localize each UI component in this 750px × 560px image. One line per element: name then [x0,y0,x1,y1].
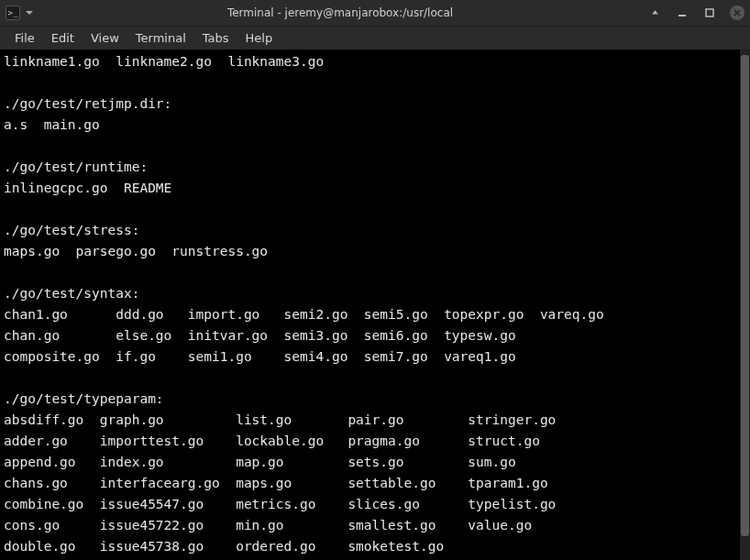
svg-rect-1 [706,9,713,16]
scroll-thumb[interactable] [741,55,749,536]
menu-view[interactable]: View [83,29,127,47]
svg-rect-0 [678,15,686,16]
scrollbar[interactable] [740,49,750,560]
terminal-icon: >_ [6,5,20,20]
menubar: File Edit View Terminal Tabs Help [0,26,750,49]
keep-above-button[interactable] [647,5,662,20]
window-title: Terminal - jeremy@manjarobox:/usr/local [33,6,647,19]
titlebar: >_ Terminal - jeremy@manjarobox:/usr/loc… [0,0,750,26]
menu-edit[interactable]: Edit [44,29,82,47]
menu-tabs[interactable]: Tabs [195,29,237,47]
chevron-down-icon [26,11,33,15]
menu-help[interactable]: Help [238,29,281,47]
maximize-button[interactable] [702,5,717,20]
titlebar-app-menu[interactable]: >_ [6,5,33,20]
menu-file[interactable]: File [7,29,42,47]
terminal-output[interactable]: linkname1.go linkname2.go linkname3.go .… [0,49,740,560]
terminal-area[interactable]: linkname1.go linkname2.go linkname3.go .… [0,49,750,560]
minimize-button[interactable] [675,5,689,20]
close-button[interactable] [730,5,744,20]
menu-terminal[interactable]: Terminal [128,29,193,47]
